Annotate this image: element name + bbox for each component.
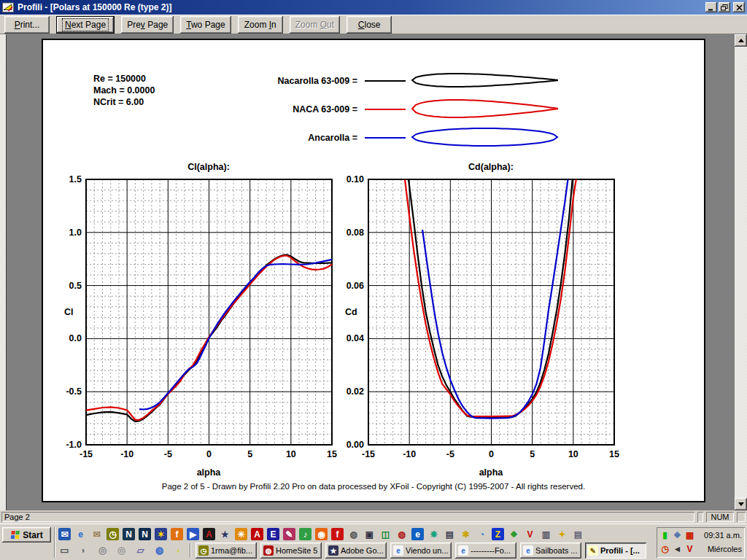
media-player-icon[interactable]: ▶	[187, 528, 199, 540]
cd-drive-icon[interactable]: ◎	[96, 544, 109, 556]
vertical-scrollbar[interactable]	[735, 34, 747, 510]
task-button-homesite[interactable]: ◍HomeSite 5	[260, 542, 322, 559]
task-button-label: ---------Fo...	[471, 546, 511, 555]
status-message: Page 2	[1, 512, 694, 522]
globe-gray-icon[interactable]: ◍	[347, 528, 360, 540]
svg-text:-0.5: -0.5	[66, 386, 82, 397]
svg-text:5: 5	[530, 449, 535, 459]
firefox-icon[interactable]: f	[171, 528, 183, 540]
svg-text:-1.0: -1.0	[66, 440, 82, 450]
mail-send-icon[interactable]: ✉	[90, 528, 103, 540]
stack-icon[interactable]: ▤	[572, 528, 584, 540]
svg-text:10: 10	[568, 449, 578, 459]
minimize-button[interactable]	[705, 2, 717, 12]
database-icon[interactable]: ◫	[379, 528, 392, 540]
monitor-icon[interactable]: ▣	[363, 528, 376, 540]
ie-icon[interactable]: e	[74, 528, 87, 540]
computer-gear-icon[interactable]: ▤	[444, 528, 456, 540]
flower-app-icon[interactable]: ✳	[235, 528, 247, 540]
airfoil-outline	[411, 97, 559, 120]
svg-text:0.04: 0.04	[347, 333, 364, 343]
scroll-down-button[interactable]	[735, 498, 747, 510]
airfoil-outline	[411, 69, 559, 92]
task-button-ie-page[interactable]: eSailboats ...	[520, 542, 581, 559]
restore-icon	[721, 4, 728, 11]
tasks-icon[interactable]: ▱	[134, 544, 147, 556]
acrobat-icon[interactable]: A	[251, 528, 263, 540]
restore-button[interactable]	[719, 2, 730, 12]
start-button[interactable]: Start	[2, 527, 51, 542]
fireworks-icon[interactable]: ◉	[315, 528, 328, 540]
pc-transfer-icon[interactable]: ▥	[540, 528, 552, 540]
prev-page-button[interactable]: Prev Page	[121, 16, 174, 34]
printer-icon[interactable]: ▭	[58, 544, 71, 556]
task-button-ie-page[interactable]: e---------Fo...	[455, 542, 516, 559]
task-button-label: 1rma@fib...	[211, 546, 252, 555]
two-page-button-label: Two Page	[186, 20, 225, 30]
task-button-label: Viendo un...	[406, 546, 449, 555]
left-scroll-strip[interactable]	[0, 34, 7, 510]
xnews-icon[interactable]: ✶	[155, 528, 167, 540]
svg-text:0.08: 0.08	[347, 228, 364, 238]
lightning-icon[interactable]: Z	[492, 528, 504, 540]
arrow-down-icon	[738, 502, 744, 506]
next-page-button-label: Next Page	[63, 19, 108, 31]
task-button-label: HomeSite 5	[276, 546, 317, 555]
volume-icon[interactable]: ◄	[672, 544, 683, 555]
cd-burner-icon[interactable]: ◎	[115, 544, 128, 556]
svg-text:0: 0	[489, 449, 494, 459]
star-app-icon[interactable]: ★	[219, 528, 231, 540]
scheduler-clock-icon[interactable]: ◷	[659, 544, 670, 555]
report-page: Re = 150000 Mach = 0.0000 NCrit = 6.00 N…	[42, 39, 705, 502]
outlook-icon[interactable]: ✉	[58, 528, 71, 540]
legend-label: Ancarolla =	[160, 133, 357, 143]
cube-icon[interactable]: ❖	[508, 528, 520, 540]
task-button-label: Profili - [...	[600, 546, 640, 555]
close-button[interactable]: Close	[347, 16, 392, 34]
network-neighborhood-icon[interactable]: ❖	[672, 530, 683, 541]
task-button-profili[interactable]: ✎Profili - [...	[585, 542, 646, 559]
wizard-icon[interactable]: ✦	[556, 528, 568, 540]
tray-bottom-row: ◷◄VMiércoles	[659, 542, 742, 556]
paint-icon[interactable]: ✎	[283, 528, 295, 540]
next-page-button[interactable]: Next Page	[56, 16, 115, 34]
two-page-button[interactable]: Two Page	[180, 16, 231, 34]
e-blue-icon[interactable]: E	[267, 528, 279, 540]
page-footer: Page 2 of 5 - Drawn by Profili 2.20 Pro …	[43, 482, 704, 491]
tray-top-row: ▮❖▦09:31 a.m.	[659, 529, 742, 542]
homesite-globe-icon[interactable]: ◍	[395, 528, 408, 540]
display-colors-icon[interactable]: ▦	[684, 530, 695, 541]
v2-tray-icon[interactable]: V	[684, 544, 695, 555]
print-button-label: Print...	[15, 20, 40, 30]
organizer-icon[interactable]: ◷	[107, 528, 119, 540]
task-button-ie-page[interactable]: eViendo un...	[390, 542, 452, 559]
cl-y-axis-label: Cl	[64, 307, 74, 317]
devices-icon[interactable]: ◗	[77, 544, 90, 556]
svg-text:0.06: 0.06	[347, 281, 364, 291]
svg-text:1.5: 1.5	[69, 174, 82, 184]
zoom-in-button[interactable]: Zoom In	[238, 16, 283, 34]
gears-icon[interactable]: ✱	[460, 528, 472, 540]
system-tray: ▮❖▦09:31 a.m. ◷◄VMiércoles	[657, 527, 745, 558]
lamp-icon[interactable]: ◖	[172, 544, 185, 556]
close-window-button[interactable]	[733, 2, 745, 12]
globe-help-icon[interactable]: ◔	[476, 528, 488, 540]
task-button-organizer[interactable]: ◷1rma@fib...	[196, 542, 257, 559]
cd-x-axis-label: alpha	[469, 467, 513, 478]
globe-map-icon[interactable]: ◍	[153, 544, 166, 556]
jukebox-icon[interactable]: ♪	[299, 528, 311, 540]
ed-icon[interactable]: e	[411, 528, 424, 540]
homesite-icon: ◍	[263, 545, 274, 556]
display-settings-icon[interactable]: ▮	[659, 530, 670, 541]
v2-launch-icon[interactable]: V	[524, 528, 536, 540]
scroll-up-button[interactable]	[735, 34, 747, 47]
flash-icon[interactable]: f	[331, 528, 344, 540]
task-button-golive[interactable]: ★Adobe Go...	[325, 542, 387, 559]
print-button[interactable]: Print...	[4, 16, 50, 34]
svg-text:-10: -10	[120, 449, 133, 459]
netscape-icon[interactable]: N	[123, 528, 135, 540]
bird-icon[interactable]: ❋	[427, 528, 440, 540]
autocad-icon[interactable]: A	[203, 528, 215, 540]
navigator-icon[interactable]: N	[139, 528, 151, 540]
legend-row: Nacarolla 63-009 =	[43, 67, 704, 95]
